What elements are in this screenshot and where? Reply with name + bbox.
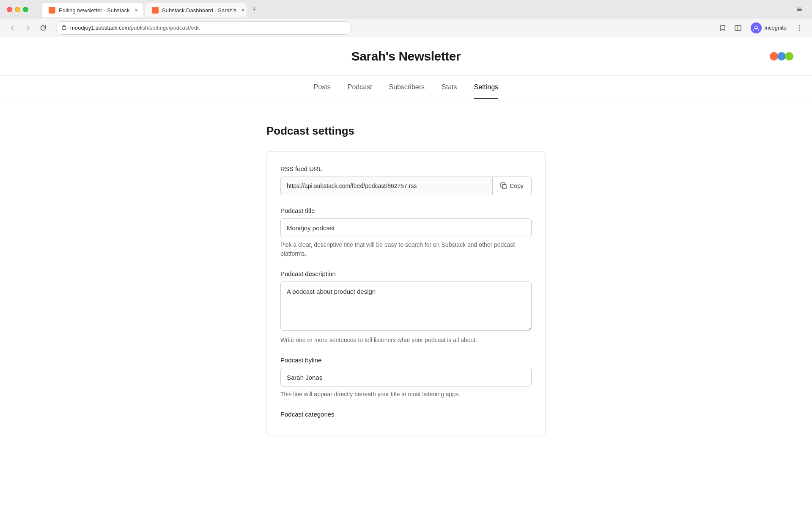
bookmark-button[interactable] [717, 22, 729, 34]
profile-label: Incognito [764, 25, 787, 31]
back-button[interactable] [7, 22, 19, 34]
tab-label-1: Editing newsletter - Substack [59, 7, 130, 14]
tab-editing-newsletter[interactable]: Editing newsletter - Substack ✕ [42, 3, 143, 17]
podcast-byline-input[interactable] [280, 368, 532, 387]
rss-feed-label: RSS feed URL [280, 165, 532, 172]
address-text: moodjoy1.substack.com/publish/settings/p… [70, 25, 346, 31]
svg-rect-1 [153, 8, 157, 12]
rss-feed-input[interactable] [280, 177, 492, 195]
new-tab-button[interactable]: + [248, 3, 260, 15]
reload-button[interactable] [37, 22, 49, 34]
podcast-title-label: Podcast title [280, 207, 532, 214]
podcast-categories-group: Podcast categories [280, 411, 532, 418]
address-bar[interactable]: moodjoy1.substack.com/publish/settings/p… [56, 21, 352, 35]
site-title: Sarah's Newsletter [351, 49, 461, 64]
nav-item-settings[interactable]: Settings [474, 82, 498, 93]
toolbar-right: Incognito [717, 21, 805, 35]
tabs-bar: Editing newsletter - Substack ✕ Substack… [35, 1, 790, 17]
podcast-byline-label: Podcast byline [280, 356, 532, 364]
podcast-description-group: Podcast description Write one or more se… [280, 270, 532, 345]
site-header: Sarah's Newsletter [0, 37, 812, 76]
page-content: Sarah's Newsletter Posts Podcast Subscri… [0, 37, 812, 492]
podcast-description-hint: Write one or more sentences to tell list… [280, 336, 532, 345]
tab-close-1[interactable]: ✕ [133, 7, 140, 14]
address-path: /publish/settings/podcast/edit [129, 25, 200, 31]
traffic-lights [7, 7, 28, 12]
podcast-title-hint: Pick a clear, descriptive title that wil… [280, 240, 532, 258]
profile-button[interactable]: Incognito [747, 21, 790, 35]
svg-rect-0 [50, 8, 54, 12]
sidebar-button[interactable] [732, 22, 744, 34]
site-nav: Posts Podcast Subscribers Stats Settings [0, 76, 812, 99]
tab-favicon-2 [152, 7, 159, 14]
svg-point-8 [770, 52, 778, 61]
rss-feed-group: RSS feed URL Copy [280, 165, 532, 195]
svg-point-5 [799, 25, 800, 26]
podcast-description-label: Podcast description [280, 270, 532, 277]
nav-item-posts[interactable]: Posts [314, 82, 331, 93]
tab-substack-dashboard[interactable]: Substack Dashboard - Sarah's ✕ [145, 3, 247, 17]
tab-close-2[interactable]: ✕ [240, 7, 247, 14]
podcast-byline-hint: This line will appear directly beneath y… [280, 390, 532, 399]
settings-card: RSS feed URL Copy Podcast title Pi [266, 151, 546, 436]
podcast-title-input[interactable] [280, 218, 532, 237]
page-heading: Podcast settings [266, 124, 546, 138]
copy-button-label: Copy [510, 182, 524, 189]
copy-icon [500, 182, 507, 189]
svg-rect-2 [62, 27, 66, 30]
svg-point-4 [755, 26, 757, 28]
tab-label-2: Substack Dashboard - Sarah's [162, 7, 236, 14]
nav-item-podcast[interactable]: Podcast [348, 82, 372, 93]
nav-item-subscribers[interactable]: Subscribers [389, 82, 425, 93]
podcast-title-group: Podcast title Pick a clear, descriptive … [280, 207, 532, 258]
maximize-window-button[interactable] [23, 7, 28, 12]
main-content: Podcast settings RSS feed URL Copy [258, 99, 554, 453]
window-controls-menu[interactable] [793, 3, 805, 15]
svg-rect-11 [502, 185, 506, 189]
podcast-description-input[interactable] [280, 282, 532, 331]
tab-favicon-1 [49, 7, 55, 14]
browser-menu-button[interactable] [793, 22, 805, 34]
subscriber-avatars [770, 52, 795, 61]
profile-avatar [751, 22, 762, 33]
nav-item-stats[interactable]: Stats [442, 82, 457, 93]
podcast-byline-group: Podcast byline This line will appear dir… [280, 356, 532, 399]
svg-point-7 [799, 29, 800, 30]
browser-chrome: Editing newsletter - Substack ✕ Substack… [0, 0, 812, 37]
rss-feed-input-group: Copy [280, 177, 532, 195]
svg-point-6 [799, 27, 800, 28]
podcast-categories-label: Podcast categories [280, 411, 532, 418]
forward-button[interactable] [22, 22, 34, 34]
title-bar: Editing newsletter - Substack ✕ Substack… [0, 0, 812, 19]
copy-button[interactable]: Copy [492, 177, 532, 195]
secure-icon [61, 24, 67, 31]
avatar-cluster [770, 52, 795, 61]
toolbar-bar: moodjoy1.substack.com/publish/settings/p… [0, 19, 812, 37]
close-window-button[interactable] [7, 7, 12, 12]
minimize-window-button[interactable] [15, 7, 20, 12]
svg-point-9 [777, 52, 786, 61]
svg-rect-3 [735, 25, 741, 30]
svg-point-10 [785, 52, 793, 61]
address-domain: moodjoy1.substack.com [70, 25, 129, 31]
